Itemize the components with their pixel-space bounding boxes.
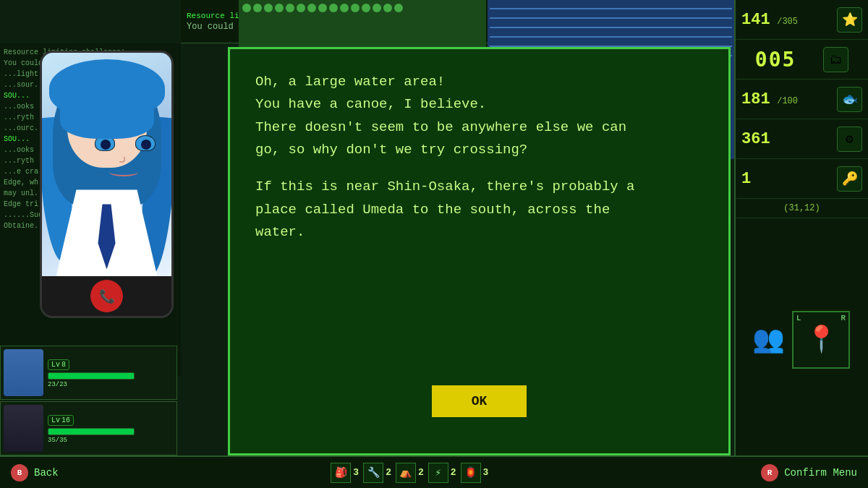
item-slot-1: 🔧 2	[363, 463, 391, 483]
hp-bar-fill-1	[48, 373, 134, 379]
gear-icon: ⚙	[837, 127, 862, 152]
hp-text-2: 35/35	[48, 437, 174, 444]
ok-button[interactable]: OK	[432, 385, 527, 417]
group-icon: 👥	[752, 324, 785, 356]
back-control[interactable]: B Back	[11, 464, 59, 481]
l-label: L	[796, 314, 801, 322]
stat-fish-value: 181	[741, 90, 770, 108]
lr-labels: L R	[793, 314, 848, 322]
stat-fish-values: 181 /100	[741, 90, 798, 108]
char-mouth	[109, 168, 138, 176]
hp-text-1: 23/23	[48, 381, 174, 388]
item-icon-4: 🏮	[461, 463, 481, 483]
counter-digits: 005	[755, 48, 796, 72]
item-icon-2: ⛺	[396, 463, 416, 483]
game-background: Resource limiting challenge! You could n…	[0, 0, 868, 488]
item-count-1: 2	[386, 467, 391, 478]
level-badge-2: Lv 16	[48, 415, 74, 426]
map-area: 👥 L R 📍	[734, 296, 868, 383]
char-thumb-2	[4, 405, 43, 452]
item-slot-4: 🏮 3	[461, 463, 489, 483]
item-count-0: 3	[353, 467, 359, 478]
map-icon-box: L R 📍	[792, 311, 850, 369]
dialog-text-area: Oh, a large water area! You have a canoe…	[255, 71, 703, 385]
dialog-button-area: OK	[255, 385, 703, 432]
item-slot-2: ⛺ 2	[396, 463, 424, 483]
stat-stars-max: /305	[777, 17, 798, 27]
char-info-1: Lv 8 23/23	[48, 357, 174, 388]
counter-icon: 🗂	[823, 47, 848, 72]
item-slot-3: ⚡ 2	[428, 463, 456, 483]
fish-icon: 🐟	[837, 87, 862, 112]
char-body	[49, 59, 165, 276]
level-badge-1: Lv 8	[48, 359, 69, 370]
hp-bar-fill-2	[48, 429, 134, 435]
stat-gear-value: 361	[741, 130, 770, 148]
stat-stars: 141 /305 ⭐	[736, 0, 868, 40]
level-num-1: 8	[61, 361, 66, 369]
stat-counter: 005 🗂	[736, 40, 868, 80]
hp-bar-bg-1	[48, 372, 135, 380]
confirm-menu-control[interactable]: R Confirm Menu	[761, 464, 857, 481]
item-slots: 🎒 3 🔧 2 ⛺ 2 ⚡ 2 🏮 3	[331, 463, 488, 483]
hp-bar-bg-2	[48, 428, 135, 435]
stat-key-values: 1	[741, 170, 751, 188]
dialog-paragraph-1: Oh, a large water area! You have a canoe…	[255, 71, 703, 161]
stat-stars-values: 141 /305	[741, 11, 798, 29]
hp-bar-container-1: 23/23	[48, 372, 174, 388]
char-eye-right	[135, 135, 156, 151]
item-count-2: 2	[418, 467, 424, 478]
character-portrait	[42, 53, 171, 276]
phone-screen	[42, 53, 171, 276]
call-end-button[interactable]: 📞	[90, 280, 123, 312]
phone-portrait: 📞	[40, 51, 174, 318]
stat-key-value: 1	[741, 170, 751, 188]
character-cards: Lv 8 23/23 Lv 16	[0, 346, 177, 455]
level-label-2: Lv	[51, 416, 60, 424]
item-icon-3: ⚡	[428, 463, 448, 483]
stat-gear-values: 361	[741, 130, 770, 148]
stat-key: 1 🔑	[736, 159, 868, 199]
hp-bar-container-2: 35/35	[48, 428, 174, 444]
b-button[interactable]: B	[11, 464, 28, 481]
item-icon-0: 🎒	[331, 463, 351, 483]
dialog-box: Oh, a large water area! You have a canoe…	[228, 47, 731, 455]
item-icon-1: 🔧	[363, 463, 383, 483]
back-label: Back	[34, 467, 59, 479]
stars-icon: ⭐	[837, 7, 862, 33]
level-label-1: Lv	[51, 361, 60, 369]
item-count-4: 3	[483, 467, 489, 478]
right-stats-panel: 141 /305 ⭐ 005 🗂 181 /100 🐟 361 ⚙	[734, 0, 868, 455]
stat-fish-max: /100	[777, 96, 798, 106]
stat-fish: 181 /100 🐟	[736, 80, 868, 119]
coords-display: (31,12)	[736, 199, 868, 218]
map-marker-icon: 📍	[805, 324, 838, 356]
r-button[interactable]: R	[761, 464, 778, 481]
item-slot-0: 🎒 3	[331, 463, 359, 483]
char-thumb-1	[4, 349, 43, 396]
phone-bottom-bar: 📞	[42, 276, 171, 316]
coords-text: (31,12)	[740, 203, 864, 213]
bottom-bar: B Back 🎒 3 🔧 2 ⛺ 2 ⚡ 2 🏮 3	[0, 455, 868, 488]
character-card-1: Lv 8 23/23	[0, 346, 177, 400]
r-label: R	[841, 314, 846, 322]
stat-gear: 361 ⚙	[736, 119, 868, 159]
character-card-2: Lv 16 35/35	[0, 401, 177, 455]
dialog-paragraph-2: If this is near Shin-Osaka, there's prob…	[255, 176, 703, 244]
char-info-2: Lv 16 35/35	[48, 413, 174, 444]
confirm-menu-label: Confirm Menu	[784, 467, 857, 479]
key-icon: 🔑	[837, 166, 862, 192]
level-num-2: 16	[61, 416, 70, 424]
item-count-3: 2	[451, 467, 456, 478]
stat-stars-value: 141	[741, 11, 770, 29]
char-nose	[119, 157, 125, 163]
